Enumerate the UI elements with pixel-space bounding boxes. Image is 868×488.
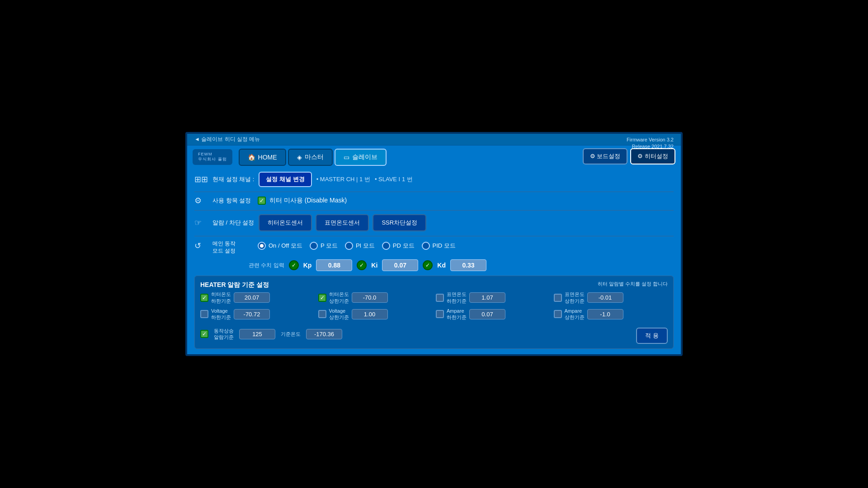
input-operation[interactable]	[239, 329, 275, 339]
input-heater-high[interactable]	[352, 292, 388, 303]
heater-setting-btn[interactable]: ⚙ 히터설정	[630, 148, 675, 164]
logo: FEWM 우식회사 플럼	[193, 149, 232, 165]
cb-heater-low[interactable]: ✓	[200, 294, 208, 302]
apply-btn[interactable]: 적 용	[636, 328, 668, 344]
radio-pd	[382, 242, 390, 250]
input-ampare-high[interactable]	[587, 309, 623, 319]
alarm-buttons: 히터온도센서 표면온도센서 SSR차단설정	[259, 214, 426, 231]
firmware-info: Firmware Version 3.2 Release 2021.7.32	[627, 136, 674, 150]
mode-icon: ↺	[194, 241, 208, 251]
channel-row: ⊞⊞ 현재 설정 채널 : 설정 채널 변경 • MASTER CH | 1 번…	[194, 172, 674, 187]
home-icon: 🏠	[248, 154, 255, 161]
label-surface-low: 표면온도하한기준	[447, 291, 467, 304]
label-heater-low: 히터온도하한기준	[211, 291, 231, 304]
mode-p[interactable]: P 모드	[310, 242, 338, 250]
heater-alarm-section: HEATER 알람 기준 설정 히터 알람별 수치를 설정 합니다 ✓ 히터온도…	[194, 276, 674, 349]
label-surface-high: 표면온도상한기준	[565, 291, 585, 304]
kp-name: Kp	[303, 262, 312, 269]
mode-options: On / Off 모드 P 모드 PI 모드 PD 모드 PID 모드	[258, 242, 456, 250]
kd-input[interactable]	[450, 259, 486, 271]
input-voltage-low[interactable]	[234, 309, 270, 319]
mode-pd[interactable]: PD 모드	[382, 242, 415, 250]
alarm-heater-high: ✓ 히터온도상한기준	[318, 291, 433, 304]
firmware-line1: Firmware Version 3.2	[627, 137, 674, 142]
brand-sub: 우식회사 플럼	[198, 156, 227, 162]
alarm-heater-low: ✓ 히터온도하한기준	[200, 291, 315, 304]
channel-icon: ⊞⊞	[194, 174, 208, 184]
mode-on-off[interactable]: On / Off 모드	[258, 242, 302, 250]
screen: Firmware Version 3.2 Release 2021.7.32 ◄…	[185, 132, 683, 357]
mode-on-off-label: On / Off 모드	[269, 242, 302, 250]
firmware-line2: Release 2021.7.32	[632, 144, 674, 149]
cb-heater-high[interactable]: ✓	[318, 294, 326, 302]
slave-ch-text: • SLAVE I 1 번	[375, 175, 413, 183]
usage-label: 사용 항목 설정	[212, 197, 253, 205]
divider3	[194, 236, 674, 236]
alarm-icon: ☞	[194, 218, 208, 228]
channel-change-btn[interactable]: 설정 채널 변경	[259, 172, 311, 187]
input-surface-high[interactable]	[587, 292, 623, 303]
mode-label: 메인 동작 모드 설정	[212, 240, 253, 255]
ki-name: Ki	[371, 262, 377, 269]
mode-pd-label: PD 모드	[393, 242, 415, 250]
master-icon: ◈	[297, 154, 302, 161]
input-base-temp[interactable]	[306, 329, 342, 339]
alarm-voltage-high: Voltage상한기준	[318, 308, 433, 321]
mode-p-label: P 모드	[321, 242, 338, 250]
channel-label: 현재 설정 채널 :	[212, 175, 254, 183]
label-voltage-low: Voltage하한기준	[211, 308, 231, 321]
radio-pi	[345, 242, 353, 250]
params-label: 관련 수치 입력	[249, 262, 284, 269]
alarm-ampare-low: Ampare하한기준	[436, 308, 550, 321]
kd-check: ✓	[423, 260, 433, 270]
mode-pid[interactable]: PID 모드	[422, 242, 456, 250]
brand-name: FEWM	[198, 152, 227, 156]
input-ampare-low[interactable]	[469, 309, 505, 319]
label-voltage-high: Voltage상한기준	[329, 308, 349, 321]
label-base-temp: 기준온도	[281, 331, 301, 337]
kp-check: ✓	[289, 260, 299, 270]
mode-pi[interactable]: PI 모드	[345, 242, 375, 250]
cb-voltage-low[interactable]	[200, 310, 208, 318]
heater-alarm-hint: 히터 알람별 수치를 설정 합니다	[598, 281, 668, 287]
label-ampare-low: Ampare하한기준	[447, 308, 467, 321]
input-heater-low[interactable]	[234, 292, 270, 303]
nav-master-btn[interactable]: ◈ 마스터	[288, 149, 333, 166]
slave-icon: ▭	[344, 154, 349, 161]
label-ampare-high: Ampare상한기준	[565, 308, 585, 321]
usage-icon: ⚙	[194, 196, 208, 206]
heater-icon: ⚙	[637, 153, 643, 160]
board-setting-btn[interactable]: ⚙ 보드설정	[583, 148, 628, 164]
cb-surface-low[interactable]	[436, 294, 444, 302]
mode-pi-label: PI 모드	[356, 242, 375, 250]
cb-ampare-high[interactable]	[554, 310, 562, 318]
cb-ampare-low[interactable]	[436, 310, 444, 318]
heater-alarm-title: HEATER 알람 기준 설정	[200, 281, 269, 289]
nav-slave-btn[interactable]: ▭ 슬레이브	[335, 149, 387, 166]
surface-sensor-btn[interactable]: 표면온도센서	[316, 214, 369, 231]
ki-check: ✓	[357, 260, 367, 270]
heater-sensor-btn[interactable]: 히터온도센서	[259, 214, 312, 231]
alarm-row: ☞ 알람 / 차단 설정 히터온도센서 표면온도센서 SSR차단설정	[194, 214, 674, 231]
nav-home-btn[interactable]: 🏠 HOME	[239, 149, 286, 166]
cb-voltage-high[interactable]	[318, 310, 326, 318]
nav-tabs: 🏠 HOME ◈ 마스터 ▭ 슬레이브	[239, 149, 387, 166]
nav-bar: FEWM 우식회사 플럼 🏠 HOME ◈ 마스터 ▭ 슬레이브 ⚙ 보드설정	[187, 145, 681, 166]
kp-input[interactable]	[316, 259, 352, 271]
content: ⊞⊞ 현재 설정 채널 : 설정 채널 변경 • MASTER CH | 1 번…	[187, 166, 681, 355]
cb-operation[interactable]: ✓	[200, 330, 208, 338]
input-surface-low[interactable]	[469, 292, 505, 303]
ssr-setting-btn[interactable]: SSR차단설정	[373, 214, 426, 231]
input-voltage-high[interactable]	[352, 309, 388, 319]
label-heater-high: 히터온도상한기준	[329, 291, 349, 304]
divider2	[194, 210, 674, 211]
alarm-surface-high: 표면온도상한기준	[554, 291, 668, 304]
divider1	[194, 192, 674, 192]
disable-mask-checkbox[interactable]: ✓	[258, 197, 266, 205]
radio-on-off	[258, 242, 266, 250]
label-operation: 동작상승 알람기준	[214, 328, 234, 341]
top-right-buttons: ⚙ 보드설정 ⚙ 히터설정	[583, 148, 675, 164]
ki-input[interactable]	[382, 259, 418, 271]
alarm-voltage-low: Voltage하한기준	[200, 308, 315, 321]
cb-surface-high[interactable]	[554, 294, 562, 302]
